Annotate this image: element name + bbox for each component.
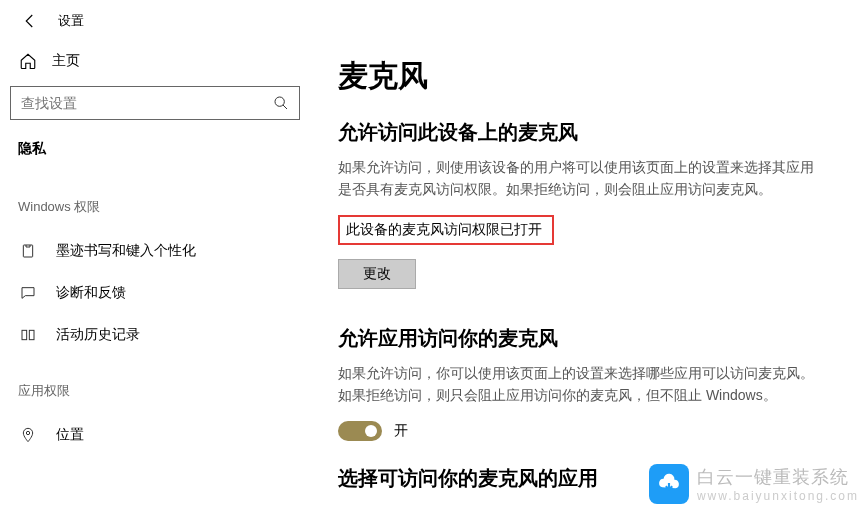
section1-body: 如果允许访问，则使用该设备的用户将可以使用该页面上的设置来选择其应用是否具有麦克… (338, 156, 825, 201)
cloud-icon (656, 471, 682, 497)
sidebar-item-label: 位置 (56, 426, 84, 444)
section2-heading: 允许应用访问你的麦克风 (338, 325, 825, 352)
sidebar-item-label: 墨迹书写和键入个性化 (56, 242, 196, 260)
group-app-perm: 应用权限 (0, 356, 310, 414)
change-button[interactable]: 更改 (338, 259, 416, 289)
svg-rect-3 (29, 330, 34, 339)
back-button[interactable] (10, 1, 50, 41)
sidebar-item-label: 活动历史记录 (56, 326, 140, 344)
mic-access-status: 此设备的麦克风访问权限已打开 (338, 215, 554, 245)
svg-rect-2 (22, 330, 27, 339)
section1-heading: 允许访问此设备上的麦克风 (338, 119, 825, 146)
svg-point-0 (275, 97, 284, 106)
sidebar-item-location[interactable]: 位置 (0, 414, 310, 456)
clipboard-icon (18, 243, 38, 259)
sidebar-item-diagnostics[interactable]: 诊断和反馈 (0, 272, 310, 314)
home-icon (18, 52, 38, 70)
toggle-label: 开 (394, 422, 408, 440)
section2-body: 如果允许访问，你可以使用该页面上的设置来选择哪些应用可以访问麦克风。如果拒绝访问… (338, 362, 825, 407)
mic-app-toggle[interactable] (338, 421, 382, 441)
watermark-badge (649, 464, 689, 504)
window-header: 设置 (0, 0, 865, 42)
feedback-icon (18, 285, 38, 301)
watermark-line2: www.baiyunxitong.com (697, 489, 859, 503)
search-icon (273, 95, 289, 111)
page-title: 麦克风 (338, 56, 825, 97)
toggle-row: 开 (338, 421, 825, 441)
sidebar: 主页 隐私 Windows 权限 墨迹书写和键入个性化 诊断和反馈 活动历史记录… (0, 42, 310, 456)
location-icon (18, 427, 38, 443)
history-icon (18, 327, 38, 343)
home-nav[interactable]: 主页 (0, 42, 310, 80)
svg-point-4 (26, 431, 29, 434)
sidebar-item-label: 诊断和反馈 (56, 284, 126, 302)
watermark: 白云一键重装系统 www.baiyunxitong.com (649, 464, 859, 504)
watermark-line1: 白云一键重装系统 (697, 465, 859, 489)
group-windows-perm: Windows 权限 (0, 172, 310, 230)
section-privacy: 隐私 (0, 136, 310, 172)
toggle-knob (365, 425, 377, 437)
search-input[interactable] (21, 95, 273, 111)
header-title: 设置 (58, 12, 84, 30)
search-box[interactable] (10, 86, 300, 120)
arrow-left-icon (21, 12, 39, 30)
sidebar-item-activity[interactable]: 活动历史记录 (0, 314, 310, 356)
main-content: 麦克风 允许访问此设备上的麦克风 如果允许访问，则使用该设备的用户将可以使用该页… (338, 56, 865, 492)
sidebar-item-inking[interactable]: 墨迹书写和键入个性化 (0, 230, 310, 272)
home-label: 主页 (52, 52, 80, 70)
